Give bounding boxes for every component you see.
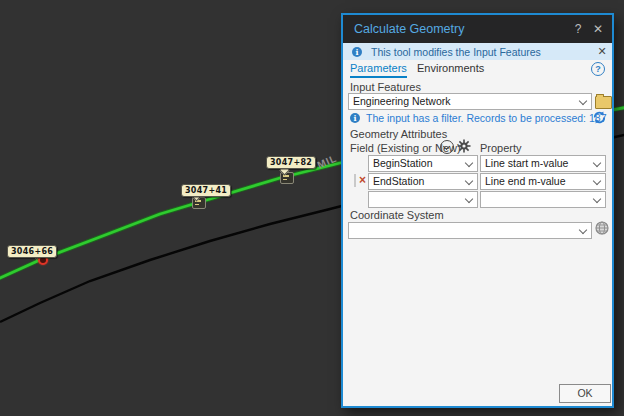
station-label: 3047+82 [266, 156, 316, 169]
calculate-geometry-dialog: Calculate Geometry ? ✕ i This tool modif… [341, 13, 614, 408]
chevron-down-icon [465, 195, 473, 203]
chevron-down-icon [593, 159, 601, 167]
info-icon: i [352, 47, 362, 57]
field-combo-row3[interactable] [368, 191, 478, 208]
banner-close-button[interactable]: ✕ [592, 45, 612, 58]
filter-info-text: The input has a filter. Records to be pr… [366, 112, 606, 124]
property-combo-row2[interactable]: Line end m-value [480, 173, 606, 190]
modifies-input-banner: i This tool modifies the Input Features … [343, 43, 612, 60]
field-value: BeginStation [373, 157, 433, 169]
browse-folder-icon[interactable] [595, 96, 612, 109]
info-icon: i [350, 113, 360, 123]
filter-info-line: i The input has a filter. Records to be … [350, 112, 606, 124]
station-label: 3046+66 [7, 245, 57, 258]
field-combo-row2[interactable]: EndStation [368, 173, 478, 190]
property-combo-row3[interactable] [480, 191, 606, 208]
coordinate-system-combo[interactable] [348, 222, 592, 239]
ok-button[interactable]: OK [559, 384, 611, 403]
chevron-down-icon [465, 159, 473, 167]
map-canvas[interactable]: 3046+66 3047+41 3047+82 MIL Calculate Ge… [0, 0, 624, 416]
chevron-down-icon [579, 97, 587, 105]
row-selection-bar [354, 174, 356, 187]
tab-parameters[interactable]: Parameters [350, 62, 407, 78]
property-combo-row1[interactable]: Line start m-value [480, 155, 606, 172]
dialog-close-button[interactable]: ✕ [588, 22, 608, 36]
dialog-title: Calculate Geometry [354, 22, 568, 36]
dialog-titlebar: Calculate Geometry ? ✕ [343, 15, 612, 43]
input-features-combo[interactable]: Engineering Network [348, 93, 592, 110]
field-combo-row1[interactable]: BeginStation [368, 155, 478, 172]
geometry-attributes-label: Geometry Attributes [350, 128, 447, 140]
input-features-label: Input Features [350, 81, 421, 93]
remove-row-button[interactable]: × [359, 174, 366, 186]
gear-icon[interactable] [457, 139, 471, 153]
tab-bar: Parameters Environments ? [343, 62, 612, 78]
chevron-down-icon [465, 177, 473, 185]
chevron-down-icon [593, 195, 601, 203]
property-value: Line end m-value [485, 175, 566, 187]
banner-text: This tool modifies the Input Features [371, 46, 592, 58]
coordinate-system-label: Coordinate System [350, 209, 444, 221]
tab-environments[interactable]: Environments [417, 62, 484, 74]
dialog-help-button[interactable]: ? [568, 22, 588, 36]
property-label: Property [480, 142, 522, 154]
field-options-chevron-icon[interactable] [440, 140, 454, 154]
station-label: 3047+41 [181, 184, 231, 197]
refresh-icon[interactable] [592, 110, 607, 125]
tool-help-icon[interactable]: ? [591, 62, 605, 76]
field-value: EndStation [373, 175, 424, 187]
property-value: Line start m-value [485, 157, 568, 169]
globe-icon[interactable] [595, 221, 609, 235]
input-features-value: Engineering Network [353, 95, 450, 107]
chevron-down-icon [593, 177, 601, 185]
chevron-down-icon [579, 226, 587, 234]
